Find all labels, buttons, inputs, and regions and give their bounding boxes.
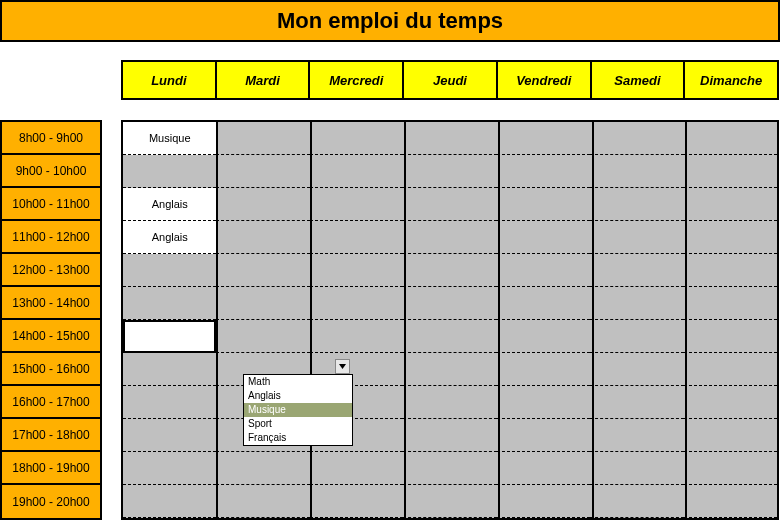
grid-cell[interactable]: Anglais	[123, 221, 216, 254]
grid-cell[interactable]	[684, 386, 777, 419]
grid-cell[interactable]	[123, 320, 216, 353]
grid-cell[interactable]	[590, 221, 683, 254]
grid-cell[interactable]	[590, 254, 683, 287]
grid-cell[interactable]	[590, 188, 683, 221]
grid-cell[interactable]	[590, 419, 683, 452]
grid-cell[interactable]	[684, 353, 777, 386]
grid-cell[interactable]	[497, 452, 590, 485]
dropdown-option[interactable]: Sport	[244, 417, 352, 431]
grid-cell[interactable]	[216, 320, 309, 353]
grid-cell[interactable]	[684, 452, 777, 485]
grid-cell[interactable]	[403, 485, 496, 518]
grid-cell[interactable]	[403, 188, 496, 221]
grid-cell[interactable]	[497, 320, 590, 353]
grid-cell[interactable]	[310, 485, 403, 518]
grid-cell[interactable]	[590, 287, 683, 320]
grid-cell[interactable]	[684, 419, 777, 452]
grid-cell[interactable]	[684, 485, 777, 518]
grid-cell[interactable]	[310, 452, 403, 485]
grid-cell[interactable]	[684, 221, 777, 254]
grid-cell[interactable]	[123, 452, 216, 485]
grid-cell[interactable]	[310, 188, 403, 221]
grid-cell[interactable]	[123, 254, 216, 287]
grid-cell[interactable]	[590, 485, 683, 518]
time-slot: 13h00 - 14h00	[2, 287, 100, 320]
grid-cell[interactable]	[403, 320, 496, 353]
grid-cell[interactable]	[403, 287, 496, 320]
grid-cell[interactable]	[216, 155, 309, 188]
grid-cell[interactable]	[497, 419, 590, 452]
grid-cell[interactable]	[684, 122, 777, 155]
grid-cell[interactable]: Anglais	[123, 188, 216, 221]
day-header: Vendredi	[498, 62, 592, 98]
grid-cell[interactable]	[123, 419, 216, 452]
grid-cell[interactable]	[497, 221, 590, 254]
grid-cell[interactable]	[216, 122, 309, 155]
day-header: Mercredi	[310, 62, 404, 98]
grid-cell[interactable]	[403, 452, 496, 485]
grid-cell[interactable]	[403, 386, 496, 419]
time-slot: 14h00 - 15h00	[2, 320, 100, 353]
time-slot: 9h00 - 10h00	[2, 155, 100, 188]
grid-cell[interactable]	[684, 155, 777, 188]
grid-cell[interactable]	[216, 188, 309, 221]
day-header: Dimanche	[685, 62, 777, 98]
time-slot: 15h00 - 16h00	[2, 353, 100, 386]
grid-cell[interactable]	[590, 320, 683, 353]
dropdown-option[interactable]: Math	[244, 375, 352, 389]
grid-cell[interactable]	[310, 155, 403, 188]
grid-cell[interactable]	[590, 353, 683, 386]
grid-cell[interactable]	[123, 353, 216, 386]
grid-cell[interactable]	[403, 221, 496, 254]
grid-cell[interactable]	[497, 188, 590, 221]
grid-cell[interactable]	[403, 353, 496, 386]
grid-cell[interactable]	[123, 155, 216, 188]
grid-cell[interactable]	[216, 485, 309, 518]
grid-cell[interactable]	[310, 320, 403, 353]
grid-cell[interactable]	[590, 386, 683, 419]
day-header: Jeudi	[404, 62, 498, 98]
grid-cell[interactable]: Musique	[123, 122, 216, 155]
dropdown-option[interactable]: Musique	[244, 403, 352, 417]
grid-cell[interactable]	[216, 287, 309, 320]
grid-cell[interactable]	[684, 320, 777, 353]
grid-cell[interactable]	[684, 188, 777, 221]
grid-cell[interactable]	[403, 122, 496, 155]
grid-cell[interactable]	[684, 254, 777, 287]
grid-cell[interactable]	[310, 254, 403, 287]
time-column: 8h00 - 9h009h00 - 10h0010h00 - 11h0011h0…	[0, 120, 102, 520]
grid-cell[interactable]	[403, 419, 496, 452]
grid-cell[interactable]	[497, 287, 590, 320]
grid-cell[interactable]	[497, 155, 590, 188]
time-slot: 17h00 - 18h00	[2, 419, 100, 452]
grid-cell[interactable]	[590, 452, 683, 485]
grid-cell[interactable]	[310, 287, 403, 320]
grid-cell[interactable]	[123, 386, 216, 419]
day-header: Lundi	[123, 62, 217, 98]
dropdown-option[interactable]: Anglais	[244, 389, 352, 403]
grid-cell[interactable]	[310, 221, 403, 254]
time-slot: 19h00 - 20h00	[2, 485, 100, 518]
grid-cell[interactable]	[216, 452, 309, 485]
grid-cell[interactable]	[403, 155, 496, 188]
grid-cell[interactable]	[403, 254, 496, 287]
grid-cell[interactable]	[497, 122, 590, 155]
grid-cell[interactable]	[216, 221, 309, 254]
grid-cell[interactable]	[216, 254, 309, 287]
grid-cell[interactable]	[590, 122, 683, 155]
grid-cell[interactable]	[123, 485, 216, 518]
dropdown-option[interactable]: Français	[244, 431, 352, 445]
time-slot: 8h00 - 9h00	[2, 122, 100, 155]
day-header: Mardi	[217, 62, 311, 98]
grid-cell[interactable]	[123, 287, 216, 320]
grid-cell[interactable]	[310, 122, 403, 155]
dropdown-button[interactable]	[335, 359, 350, 374]
grid-cell[interactable]	[684, 287, 777, 320]
grid-cell[interactable]	[497, 485, 590, 518]
grid-cell[interactable]	[590, 155, 683, 188]
grid-cell[interactable]	[497, 386, 590, 419]
grid-cell[interactable]	[497, 353, 590, 386]
days-header: LundiMardiMercrediJeudiVendrediSamediDim…	[121, 60, 779, 100]
dropdown-list[interactable]: MathAnglaisMusiqueSportFrançais	[243, 374, 353, 446]
grid-cell[interactable]	[497, 254, 590, 287]
